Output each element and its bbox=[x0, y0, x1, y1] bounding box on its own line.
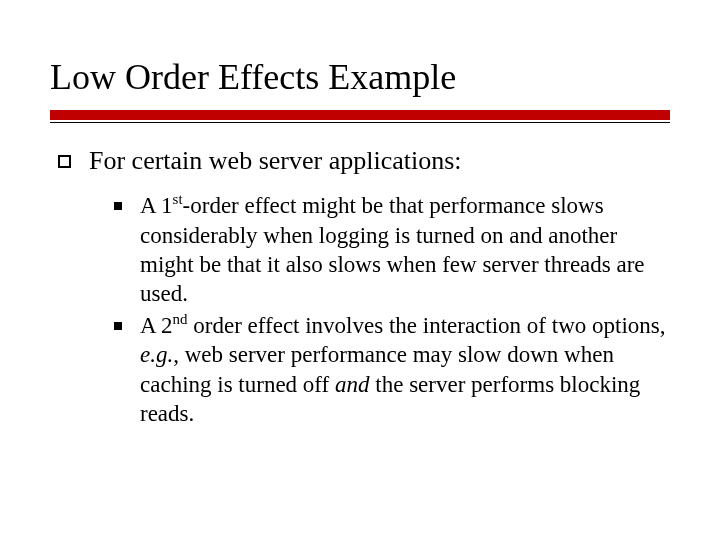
hollow-square-bullet-icon bbox=[58, 155, 71, 168]
lvl1-text: For certain web server applications: bbox=[89, 145, 462, 178]
solid-square-bullet-icon bbox=[114, 322, 122, 330]
slide-content: For certain web server applications: A 1… bbox=[50, 145, 670, 429]
slide: Low Order Effects Example For certain we… bbox=[0, 0, 720, 540]
title-rule-red bbox=[50, 110, 670, 120]
solid-square-bullet-icon bbox=[114, 202, 122, 210]
list-item: For certain web server applications: bbox=[58, 145, 670, 178]
slide-title: Low Order Effects Example bbox=[50, 58, 670, 98]
list-item: A 2nd order effect involves the interact… bbox=[114, 311, 670, 429]
sublist: A 1st-order effect might be that perform… bbox=[114, 191, 670, 429]
list-item: A 1st-order effect might be that perform… bbox=[114, 191, 670, 309]
title-rule-thin bbox=[50, 122, 670, 123]
bullet-1-text: A 1st-order effect might be that perform… bbox=[140, 191, 670, 309]
bullet-2-text: A 2nd order effect involves the interact… bbox=[140, 311, 670, 429]
